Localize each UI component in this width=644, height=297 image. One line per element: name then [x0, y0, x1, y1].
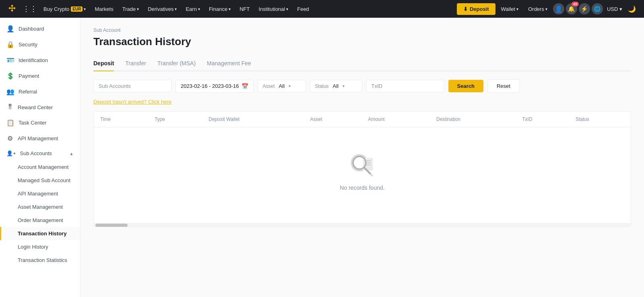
sidebar-subitem-account-management[interactable]: Account Management: [0, 160, 80, 174]
sidebar-subitem-transaction-statistics[interactable]: Transaction Statistics: [0, 253, 80, 267]
txid-input[interactable]: [366, 80, 444, 92]
theme-toggle[interactable]: 🌙: [626, 5, 638, 13]
horizontal-scrollbar[interactable]: [94, 223, 631, 226]
date-range-picker[interactable]: 2023-02-16 - 2023-03-16 📅: [175, 80, 254, 93]
reward-icon: 🎖: [6, 104, 14, 111]
filter-bar: 2023-02-16 - 2023-03-16 📅 Asset All ▾ St…: [93, 79, 631, 93]
dashboard-icon: 👤: [6, 25, 14, 33]
sidebar: 👤 Dashboard 🔒 Security 🪪 Identification …: [0, 18, 80, 297]
task-icon: 📋: [6, 119, 14, 127]
data-table-wrapper: Time Type Deposit Wallet Asset Amount De…: [93, 111, 631, 227]
col-time: Time: [94, 112, 148, 127]
nav-markets[interactable]: Markets: [91, 0, 117, 18]
nav-buy-crypto[interactable]: Buy Crypto EUR ▾: [39, 0, 90, 18]
deposit-notice-link[interactable]: Deposit hasn't arrived? Click here: [93, 99, 171, 105]
asset-filter[interactable]: Asset All ▾: [258, 80, 306, 92]
main-content: Sub Account Transaction History Deposit …: [80, 18, 644, 297]
connect-icon[interactable]: ⚡: [579, 3, 590, 15]
nav-trade[interactable]: Trade ▾: [118, 0, 143, 18]
sidebar-subitem-managed-sub-account[interactable]: Managed Sub Account: [0, 174, 80, 187]
col-amount: Amount: [361, 112, 430, 127]
sub-accounts-input[interactable]: [93, 80, 171, 92]
currency-selector[interactable]: USD ▾: [605, 6, 625, 12]
nav-finance[interactable]: Finance ▾: [205, 0, 235, 18]
nav-items: Buy Crypto EUR ▾ Markets Trade ▾ Derivat…: [39, 0, 457, 18]
sidebar-subitem-login-history[interactable]: Login History: [0, 240, 80, 253]
col-type: Type: [148, 112, 202, 127]
sidebar-item-api-management[interactable]: ⚙ API Management: [0, 131, 80, 146]
sidebar-subitem-api-management[interactable]: API Management: [0, 187, 80, 200]
sidebar-subitem-transaction-history[interactable]: Transaction History: [0, 227, 80, 240]
nav-feed[interactable]: Feed: [293, 0, 313, 18]
sidebar-item-dashboard[interactable]: 👤 Dashboard: [0, 21, 80, 37]
sidebar-item-referral[interactable]: 👥 Referral: [0, 84, 80, 100]
no-records-text: No records found.: [340, 185, 384, 191]
no-data-icon: [348, 152, 376, 180]
sidebar-item-reward-center[interactable]: 🎖 Reward Center: [0, 100, 80, 115]
chevron-down-icon: ▾: [343, 84, 345, 88]
grid-icon[interactable]: ⋮⋮: [23, 4, 37, 13]
sidebar-item-identification[interactable]: 🪪 Identification: [0, 52, 80, 68]
wallet-nav-item[interactable]: Wallet ▾: [497, 0, 523, 18]
sidebar-subitem-order-management[interactable]: Order Management: [0, 214, 80, 227]
status-filter[interactable]: Status All ▾: [310, 80, 362, 92]
chevron-up-icon: ▲: [69, 151, 74, 156]
page-title: Transaction History: [93, 35, 631, 48]
referral-icon: 👥: [6, 88, 14, 96]
tab-management-fee[interactable]: Management Fee: [207, 56, 251, 71]
col-txid: TxID: [516, 112, 569, 127]
tab-transfer[interactable]: Transfer: [125, 56, 146, 71]
sidebar-item-security[interactable]: 🔒 Security: [0, 37, 80, 52]
empty-state: No records found.: [94, 127, 631, 223]
col-status: Status: [569, 112, 631, 127]
nav-derivatives[interactable]: Derivatives ▾: [144, 0, 181, 18]
identification-icon: 🪪: [6, 56, 14, 64]
profile-icon[interactable]: 👤: [553, 3, 564, 15]
reset-button[interactable]: Reset: [487, 79, 520, 93]
main-layout: 👤 Dashboard 🔒 Security 🪪 Identification …: [0, 18, 644, 297]
sidebar-item-sub-accounts[interactable]: 👤+ Sub Accounts ▲: [0, 146, 80, 160]
col-deposit-wallet: Deposit Wallet: [202, 112, 303, 127]
transaction-table: Time Type Deposit Wallet Asset Amount De…: [94, 112, 631, 223]
sidebar-subitem-asset-management[interactable]: Asset Management: [0, 200, 80, 214]
col-asset: Asset: [304, 112, 362, 127]
nav-nft[interactable]: NFT: [235, 0, 254, 18]
notification-bell[interactable]: 🔔 40: [566, 3, 577, 15]
top-navigation: ⋮⋮ Buy Crypto EUR ▾ Markets Trade ▾ Deri…: [0, 0, 644, 18]
tab-transfer-msa[interactable]: Transfer (MSA): [157, 56, 196, 71]
sidebar-item-task-center[interactable]: 📋 Task Center: [0, 115, 80, 131]
tab-deposit[interactable]: Deposit: [93, 56, 114, 71]
nav-earn[interactable]: Earn ▾: [182, 0, 204, 18]
security-icon: 🔒: [6, 41, 14, 48]
chevron-down-icon: ▾: [289, 84, 291, 88]
orders-nav-item[interactable]: Orders ▾: [524, 0, 551, 18]
breadcrumb: Sub Account: [93, 27, 631, 33]
topnav-right: ⬇ Deposit Wallet ▾ Orders ▾ 👤 🔔 40 ⚡ 🌐 U…: [457, 0, 638, 18]
col-destination: Destination: [430, 112, 516, 127]
sidebar-item-payment[interactable]: 💲 Payment: [0, 68, 80, 84]
tabs: Deposit Transfer Transfer (MSA) Manageme…: [93, 56, 631, 71]
globe-icon[interactable]: 🌐: [592, 3, 603, 15]
table-body: No records found.: [94, 127, 631, 224]
table-header: Time Type Deposit Wallet Asset Amount De…: [94, 112, 631, 127]
api-icon: ⚙: [6, 135, 14, 142]
payment-icon: 💲: [6, 72, 14, 80]
scrollbar-thumb[interactable]: [95, 224, 128, 227]
nav-institutional[interactable]: Institutional ▾: [254, 0, 292, 18]
empty-row: No records found.: [94, 127, 631, 224]
calendar-icon: 📅: [242, 83, 248, 89]
logo[interactable]: [6, 3, 18, 15]
deposit-button[interactable]: ⬇ Deposit: [457, 3, 495, 15]
sub-accounts-icon: 👤+: [6, 150, 16, 156]
search-button[interactable]: Search: [448, 80, 483, 92]
